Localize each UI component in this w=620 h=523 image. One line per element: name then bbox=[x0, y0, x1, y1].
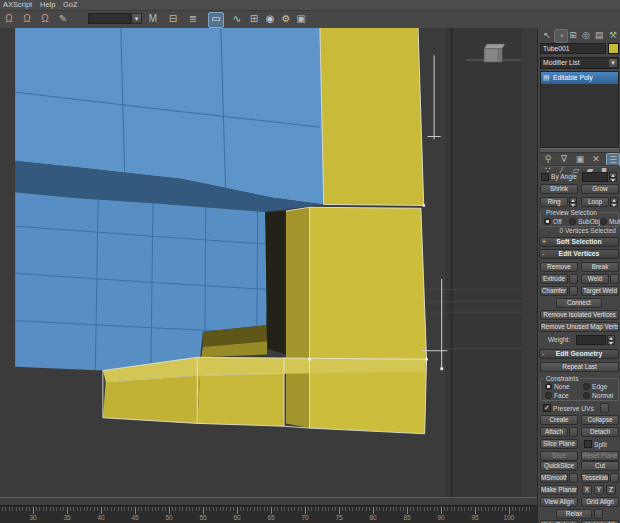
constraint-none-radio[interactable] bbox=[545, 383, 552, 390]
tab-display[interactable]: ▤ bbox=[593, 29, 605, 41]
rollout-soft-selection[interactable]: +Soft Selection bbox=[539, 237, 619, 247]
menu-maxscript[interactable]: AXScript bbox=[3, 0, 32, 10]
tab-modify[interactable]: ◔ bbox=[554, 29, 568, 43]
perspective-viewport[interactable] bbox=[0, 28, 537, 497]
slice-plane-button[interactable]: Slice Plane bbox=[540, 439, 578, 449]
preserve-uvs-checkbox[interactable]: ✓ bbox=[543, 404, 551, 412]
attach-button[interactable]: Attach bbox=[540, 427, 568, 437]
time-slider[interactable] bbox=[0, 497, 537, 505]
planar-y-button[interactable]: Y bbox=[594, 485, 604, 495]
weld-settings-button[interactable] bbox=[610, 274, 619, 284]
ring-spinner[interactable] bbox=[569, 197, 577, 207]
preserve-uvs-settings-button[interactable] bbox=[600, 403, 609, 413]
distant-scene-box[interactable] bbox=[484, 44, 505, 62]
preview-off-radio[interactable] bbox=[544, 218, 551, 225]
target-weld-button[interactable]: Target Weld bbox=[581, 286, 619, 296]
constraint-normal-radio[interactable] bbox=[583, 392, 590, 399]
attach-settings-button[interactable] bbox=[569, 427, 578, 437]
tab-hierarchy[interactable]: ⊞ bbox=[567, 29, 579, 41]
ruler-major-tick bbox=[203, 507, 204, 514]
detach-button[interactable]: Detach bbox=[581, 427, 619, 437]
weight-value-field[interactable] bbox=[576, 335, 606, 345]
snap-toggle-2d-icon[interactable]: Ω bbox=[2, 12, 16, 26]
dropdown-arrow-icon[interactable]: ▾ bbox=[131, 13, 142, 24]
ring-button[interactable]: Ring bbox=[540, 197, 568, 207]
ruler-tick bbox=[165, 507, 166, 511]
ruler-frame-label: 40 bbox=[93, 514, 109, 521]
named-selection-sets-dropdown[interactable] bbox=[88, 13, 131, 24]
quickslice-button[interactable]: QuickSlice bbox=[540, 461, 578, 471]
mirror-icon[interactable]: M bbox=[146, 12, 160, 26]
tessellate-settings-button[interactable] bbox=[610, 473, 619, 483]
ruler-tick bbox=[379, 507, 380, 511]
loop-button[interactable]: Loop bbox=[581, 197, 609, 207]
msmooth-settings-button[interactable] bbox=[569, 473, 578, 483]
view-align-button[interactable]: View Align bbox=[540, 497, 578, 507]
render-setup-icon[interactable]: ⚙ bbox=[279, 12, 293, 26]
curve-editor-icon[interactable]: ∿ bbox=[230, 12, 244, 26]
ruler-frame-label: 100 bbox=[501, 514, 517, 521]
render-frame-icon[interactable]: ▣ bbox=[294, 12, 308, 26]
loop-spinner[interactable] bbox=[610, 197, 618, 207]
preview-subobj-radio[interactable] bbox=[569, 218, 576, 225]
track-bar[interactable]: 3035404550556065707580859095100 bbox=[0, 505, 537, 523]
grow-button[interactable]: Grow bbox=[581, 184, 619, 194]
slice-button[interactable]: Slice bbox=[540, 451, 578, 461]
tessellate-button[interactable]: Tessellate bbox=[581, 473, 609, 483]
remove-unused-map-verts-button[interactable]: Remove Unused Map Verts bbox=[540, 322, 619, 332]
relax-settings-button[interactable] bbox=[594, 509, 603, 519]
remove-isolated-vertices-button[interactable]: Remove Isolated Vertices bbox=[540, 310, 619, 320]
material-editor-icon[interactable]: ◉ bbox=[263, 12, 277, 26]
make-planar-button[interactable]: Make Planar bbox=[540, 485, 578, 495]
rollout-edit-geometry[interactable]: -Edit Geometry bbox=[539, 349, 619, 359]
constraint-face-radio[interactable] bbox=[545, 392, 552, 399]
extrude-button[interactable]: Extrude bbox=[540, 274, 568, 284]
planar-z-button[interactable]: Z bbox=[606, 485, 616, 495]
graphite-modeling-icon[interactable]: ▭ bbox=[208, 12, 224, 28]
shrink-button[interactable]: Shrink bbox=[540, 184, 578, 194]
grid-align-button[interactable]: Grid Align bbox=[581, 497, 619, 507]
cut-button[interactable]: Cut bbox=[581, 461, 619, 471]
ruler-tick bbox=[80, 507, 81, 511]
planar-x-button[interactable]: X bbox=[582, 485, 592, 495]
object-name-field[interactable]: Tube001 bbox=[540, 43, 606, 54]
snap-toggle-25d-icon[interactable]: Ω bbox=[20, 12, 34, 26]
chamfer-button[interactable]: Chamfer bbox=[540, 286, 568, 296]
preview-multi-radio[interactable] bbox=[600, 218, 607, 225]
constraint-edge-radio[interactable] bbox=[583, 383, 590, 390]
menu-help[interactable]: Help bbox=[40, 0, 55, 10]
connect-button[interactable]: Connect bbox=[556, 298, 602, 308]
object-color-swatch[interactable] bbox=[608, 43, 619, 54]
break-button[interactable]: Break bbox=[581, 262, 619, 272]
preserve-uvs-label: Preserve UVs bbox=[553, 405, 594, 413]
split-checkbox[interactable] bbox=[584, 440, 592, 448]
chamfer-settings-button[interactable] bbox=[569, 286, 578, 296]
menu-goz[interactable]: GoZ bbox=[63, 0, 78, 10]
align-icon[interactable]: ⊟ bbox=[166, 12, 180, 26]
tab-motion[interactable]: ◎ bbox=[580, 29, 592, 41]
tab-create[interactable]: ↖ bbox=[541, 29, 553, 41]
by-angle-value-field[interactable] bbox=[582, 172, 608, 182]
by-angle-checkbox[interactable] bbox=[541, 173, 549, 181]
weld-button[interactable]: Weld bbox=[581, 274, 609, 284]
reset-plane-button[interactable]: Reset Plane bbox=[581, 451, 619, 461]
schematic-view-icon[interactable]: ⊞ bbox=[247, 12, 261, 26]
relax-button[interactable]: Relax bbox=[556, 509, 592, 519]
angle-snap-icon[interactable]: ✎ bbox=[56, 12, 70, 26]
remove-button[interactable]: Remove bbox=[540, 262, 578, 272]
msmooth-button[interactable]: MSmooth bbox=[540, 473, 568, 483]
collapse-button[interactable]: Collapse bbox=[581, 415, 619, 425]
stack-item-editable-poly[interactable]: ▤ Editable Poly bbox=[541, 72, 618, 84]
weight-spinner[interactable] bbox=[607, 335, 615, 345]
layer-manager-icon[interactable]: ≣ bbox=[186, 12, 200, 26]
snap-toggle-3d-icon[interactable]: Ω bbox=[38, 12, 52, 26]
ruler-tick bbox=[60, 507, 61, 511]
repeat-last-button[interactable]: Repeat Last bbox=[540, 362, 619, 372]
extrude-settings-button[interactable] bbox=[569, 274, 578, 284]
modifier-list-arrow-icon[interactable]: ▼ bbox=[608, 58, 618, 68]
modifier-stack[interactable]: ▤ Editable Poly bbox=[540, 71, 619, 148]
by-angle-spinner[interactable] bbox=[609, 172, 617, 182]
tab-utilities[interactable]: ⚒ bbox=[607, 29, 619, 41]
create-button[interactable]: Create bbox=[540, 415, 578, 425]
rollout-edit-vertices[interactable]: -Edit Vertices bbox=[539, 249, 619, 259]
